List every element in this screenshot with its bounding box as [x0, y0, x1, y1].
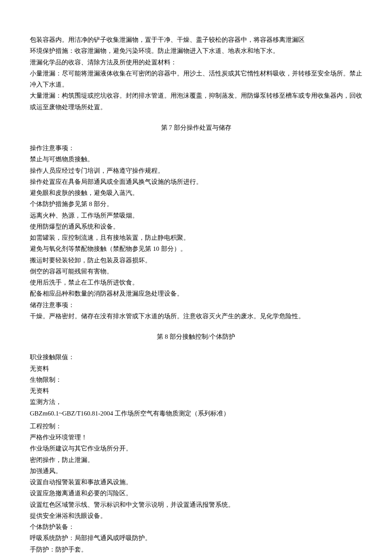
s7-line-14: 配备相应品种和数量的消防器材及泄漏应急处理设备。 — [30, 288, 362, 299]
section-8-title: 第 8 部分接触控制/个体防护 — [30, 331, 362, 342]
intro-block: 包装容器内。用洁净的铲子收集泄漏物，置于干净、干燥、盖子较松的容器中，将容器移离… — [30, 34, 362, 113]
s7-line-15: 储存注意事项： — [30, 299, 362, 311]
s7-line-5: 避免眼和皮肤的接触，避免吸入蒸汽。 — [30, 187, 362, 198]
s8-line-3: 生物限制： — [30, 374, 362, 385]
s7-line-11: 搬运时要轻装轻卸，防止包装及容器损坏。 — [30, 255, 362, 266]
intro-line-5: 大量泄漏：构筑围堤或挖坑收容。封闭排水管道。用泡沫覆盖，抑制蒸发。用防爆泵转移至… — [30, 90, 362, 113]
s7-line-12: 倒空的容器可能残留有害物。 — [30, 266, 362, 277]
s8-line-5: 监测方法， — [30, 396, 362, 407]
s7-line-9: 如需罐装，应控制流速，且有接地装置，防止静电积聚。 — [30, 232, 362, 243]
intro-line-2: 环境保护措施：收容泄漏物，避免污染环境。防止泄漏物进入下水道、地表水和地下水。 — [30, 45, 362, 56]
s8-line-17: 呼吸系统防护：局部排气通风或呼吸防护。 — [30, 532, 362, 543]
s8-line-8: 严格作业环境管理！ — [30, 432, 362, 443]
s7-line-2: 禁止与可燃物质接触。 — [30, 154, 362, 165]
s7-line-1: 操作注意事项： — [30, 142, 362, 154]
section-7-title: 第 7 部分操作处置与储存 — [30, 122, 362, 133]
intro-line-1: 包装容器内。用洁净的铲子收集泄漏物，置于干净、干燥、盖子较松的容器中，将容器移离… — [30, 34, 362, 45]
s8-line-18: 手防护：防护手套。 — [30, 544, 362, 555]
s8-line-4: 无资料 — [30, 385, 362, 396]
s8-line-13: 设置应急撤离通道和必要的泻险区。 — [30, 488, 362, 499]
intro-line-4: 小量泄漏：尽可能将泄漏液体收集在可密闭的容器中。用沙土、活性炭或其它惰性材料吸收… — [30, 68, 362, 90]
s7-line-10: 避免与氧化剂等禁配物接触（禁配物参见第 10 部分）。 — [30, 243, 362, 254]
s7-line-13: 使用后洗手，禁止在工作场所进饮食。 — [30, 277, 362, 288]
s8-line-1: 职业接触限值： — [30, 352, 362, 363]
s7-line-8: 使用防爆型的通风系统和设备。 — [30, 221, 362, 232]
s8-line-14: 设置红色区域警示线、警示标识和中文警示说明，并设置通讯报警系统。 — [30, 499, 362, 510]
s7-line-7: 远离火种、热源，工作场所严禁吸烟。 — [30, 210, 362, 221]
s7-line-16: 干燥。严格密封。储存在没有排水管或下水道的场所。注意收容灭火产生的废水。见化学危… — [30, 311, 362, 322]
section-7-block: 操作注意事项： 禁止与可燃物质接触。 操作人员应经过专门培训，严格遵守操作规程。… — [30, 142, 362, 322]
s8-line-11: 加强通风。 — [30, 465, 362, 477]
s8-line-16: 个体防护装备： — [30, 521, 362, 532]
s8-line-6: GBZm60.1~GBZ/T160.81-2004 工作场所空气有毒物质测定（系… — [30, 408, 362, 419]
intro-line-3: 泄漏化学品的收容、清除方法及所使用的处置材料： — [30, 57, 362, 68]
s8-line-15: 提供安全淋浴和洗眼设备。 — [30, 510, 362, 521]
s7-line-6: 个体防护措施参见第 8 部分。 — [30, 198, 362, 209]
s8-line-10: 密闭操作，防止泄漏。 — [30, 454, 362, 465]
s8-line-12: 设置自动报警装置和事故通风设施。 — [30, 477, 362, 488]
s8-line-2: 无资料 — [30, 363, 362, 374]
s8-line-9: 作业场所建议与其它作业场所分开。 — [30, 443, 362, 454]
s7-line-3: 操作人员应经过专门培训，严格遵守操作规程。 — [30, 165, 362, 176]
section-8-block: 职业接触限值： 无资料 生物限制： 无资料 监测方法， GBZm60.1~GBZ… — [30, 352, 362, 555]
s8-line-7: 工程控制： — [30, 421, 362, 432]
s7-line-4: 操作处置应在具备局部通风或全面通风换气设施的场所进行。 — [30, 176, 362, 187]
